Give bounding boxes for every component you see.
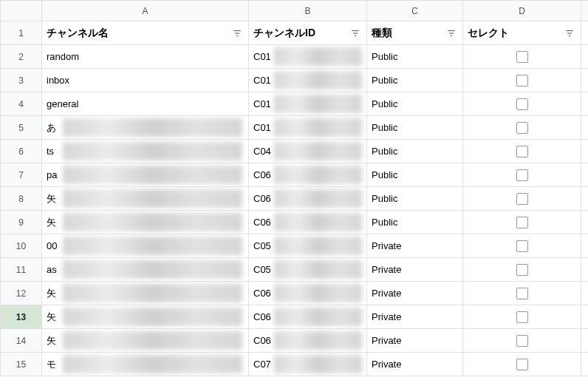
row-header[interactable]: 4 bbox=[1, 92, 42, 116]
cell-type[interactable]: Public bbox=[367, 45, 463, 69]
row-header[interactable]: 14 bbox=[1, 329, 42, 353]
cell-channel-id[interactable]: C06 bbox=[249, 329, 367, 353]
cell-channel-name[interactable]: inbox bbox=[42, 69, 249, 92]
row-header[interactable]: 7 bbox=[1, 163, 42, 187]
row-header[interactable]: 8 bbox=[1, 187, 42, 211]
col-header-D[interactable]: D bbox=[463, 1, 581, 21]
header-cell-D[interactable]: セレクト bbox=[463, 21, 581, 45]
checkbox[interactable] bbox=[516, 311, 528, 323]
cell-channel-name[interactable]: 矢 bbox=[42, 305, 249, 329]
checkbox[interactable] bbox=[516, 51, 528, 63]
cell-select[interactable] bbox=[463, 329, 581, 353]
col-header-C[interactable]: C bbox=[367, 1, 463, 21]
cell-channel-name[interactable]: モ bbox=[42, 353, 249, 376]
row-header[interactable]: 11 bbox=[1, 258, 42, 282]
col-header-A[interactable]: A bbox=[42, 1, 249, 21]
row-header[interactable]: 13 bbox=[1, 305, 42, 329]
cell-type[interactable]: Private bbox=[367, 353, 463, 376]
col-header-B[interactable]: B bbox=[249, 1, 367, 21]
row-header[interactable]: 9 bbox=[1, 211, 42, 234]
checkbox[interactable] bbox=[516, 98, 528, 110]
cell-select[interactable] bbox=[463, 282, 581, 305]
header-cell-A[interactable]: チャンネル名 bbox=[42, 21, 249, 45]
cell-type[interactable]: Private bbox=[367, 329, 463, 353]
cell-select[interactable] bbox=[463, 69, 581, 92]
checkbox[interactable] bbox=[516, 193, 528, 205]
cell-type[interactable]: Private bbox=[367, 305, 463, 329]
cell-channel-id[interactable]: C05 bbox=[249, 258, 367, 282]
cell-channel-id[interactable]: C06 bbox=[249, 211, 367, 234]
filter-icon[interactable] bbox=[563, 27, 576, 40]
cell-text: C06 bbox=[253, 169, 271, 180]
cell-select[interactable] bbox=[463, 140, 581, 163]
cell-channel-name[interactable]: general bbox=[42, 92, 249, 116]
cell-channel-id[interactable]: C01 bbox=[249, 69, 367, 92]
cell-type[interactable]: Public bbox=[367, 92, 463, 116]
row-header[interactable]: 3 bbox=[1, 69, 42, 92]
checkbox[interactable] bbox=[516, 335, 528, 347]
cell-type[interactable]: Public bbox=[367, 69, 463, 92]
cell-channel-id[interactable]: C06 bbox=[249, 163, 367, 187]
cell-channel-name[interactable]: 矢 bbox=[42, 329, 249, 353]
cell-type[interactable]: Public bbox=[367, 211, 463, 234]
cell-type[interactable]: Public bbox=[367, 187, 463, 211]
cell-channel-id[interactable]: C04 bbox=[249, 140, 367, 163]
row-header[interactable]: 6 bbox=[1, 140, 42, 163]
filter-icon[interactable] bbox=[230, 27, 244, 40]
cell-channel-name[interactable]: あ bbox=[42, 116, 249, 140]
cell-channel-name[interactable]: random bbox=[42, 45, 249, 69]
filter-icon[interactable] bbox=[445, 27, 458, 40]
checkbox[interactable] bbox=[516, 122, 528, 134]
checkbox[interactable] bbox=[516, 359, 528, 370]
cell-channel-id[interactable]: C06 bbox=[249, 282, 367, 305]
cell-channel-name[interactable]: 矢 bbox=[42, 211, 249, 234]
cell-channel-name[interactable]: ts bbox=[42, 140, 249, 163]
cell-select[interactable] bbox=[463, 116, 581, 140]
cell-channel-name[interactable]: 矢 bbox=[42, 282, 249, 305]
cell-channel-name[interactable]: pa bbox=[42, 163, 249, 187]
cell-type[interactable]: Public bbox=[367, 163, 463, 187]
filter-icon[interactable] bbox=[349, 27, 362, 40]
cell-type[interactable]: Private bbox=[367, 282, 463, 305]
checkbox[interactable] bbox=[516, 169, 528, 181]
cell-channel-id[interactable]: C07 bbox=[249, 353, 367, 376]
checkbox[interactable] bbox=[516, 146, 528, 157]
header-cell-C[interactable]: 種類 bbox=[367, 21, 463, 45]
cell-channel-id[interactable]: C06 bbox=[249, 305, 367, 329]
cell-channel-id[interactable]: C01 bbox=[249, 45, 367, 69]
cell-type[interactable]: Public bbox=[367, 116, 463, 140]
row-header[interactable]: 5 bbox=[1, 116, 42, 140]
checkbox[interactable] bbox=[516, 240, 528, 252]
cell-select[interactable] bbox=[463, 258, 581, 282]
cell-type[interactable]: Public bbox=[367, 140, 463, 163]
row-header[interactable]: 15 bbox=[1, 353, 42, 376]
cell-channel-id[interactable]: C01 bbox=[249, 116, 367, 140]
cell-type[interactable]: Private bbox=[367, 258, 463, 282]
cell-channel-id[interactable]: C06 bbox=[249, 187, 367, 211]
row-header[interactable]: 2 bbox=[1, 45, 42, 69]
cell-select[interactable] bbox=[463, 163, 581, 187]
checkbox[interactable] bbox=[516, 264, 528, 276]
cell-select[interactable] bbox=[463, 305, 581, 329]
row-header[interactable]: 10 bbox=[1, 234, 42, 258]
row-overflow bbox=[581, 140, 588, 163]
cell-select[interactable] bbox=[463, 45, 581, 69]
cell-select[interactable] bbox=[463, 211, 581, 234]
row-header[interactable]: 1 bbox=[1, 21, 42, 45]
cell-select[interactable] bbox=[463, 353, 581, 376]
checkbox[interactable] bbox=[516, 217, 528, 228]
cell-type[interactable]: Private bbox=[367, 234, 463, 258]
row-header[interactable]: 12 bbox=[1, 282, 42, 305]
cell-select[interactable] bbox=[463, 92, 581, 116]
cell-channel-name[interactable]: 矢 bbox=[42, 187, 249, 211]
cell-channel-id[interactable]: C01 bbox=[249, 92, 367, 116]
cell-channel-id[interactable]: C05 bbox=[249, 234, 367, 258]
checkbox[interactable] bbox=[516, 288, 528, 299]
header-cell-B[interactable]: チャンネルID bbox=[249, 21, 367, 45]
cell-channel-name[interactable]: as bbox=[42, 258, 249, 282]
cell-select[interactable] bbox=[463, 187, 581, 211]
cell-text: Public bbox=[372, 98, 397, 109]
checkbox[interactable] bbox=[516, 75, 528, 87]
cell-select[interactable] bbox=[463, 234, 581, 258]
cell-channel-name[interactable]: 00 bbox=[42, 234, 249, 258]
